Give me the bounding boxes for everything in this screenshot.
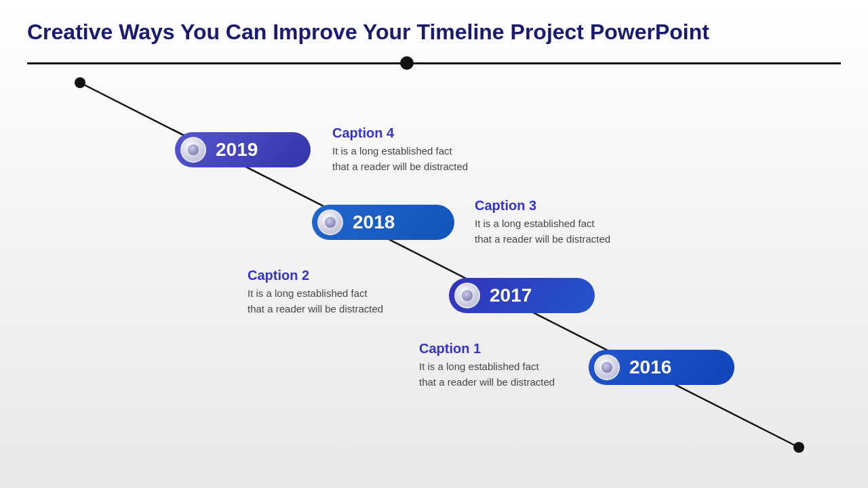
caption-title-1: Caption 1	[419, 341, 555, 357]
caption-block-4: Caption 4 It is a long established fact …	[332, 125, 468, 174]
pill-circle-inner-2018	[325, 217, 336, 228]
title-line	[27, 62, 841, 64]
caption-block-2: Caption 2 It is a long established fact …	[248, 268, 383, 317]
pill-circle-2018	[317, 209, 343, 235]
timeline-item-2016: 2016	[589, 350, 734, 385]
title-dot	[400, 56, 414, 70]
year-label-2016: 2016	[629, 357, 671, 378]
timeline-item-2018: 2018	[312, 205, 454, 240]
year-pill-2017: 2017	[449, 278, 595, 313]
svg-point-1	[75, 77, 85, 88]
year-label-2018: 2018	[353, 211, 395, 233]
caption-title-2: Caption 2	[248, 268, 383, 283]
pill-circle-inner-2017	[462, 290, 473, 301]
pill-circle-2019	[180, 137, 206, 163]
caption-title-4: Caption 4	[332, 125, 468, 141]
caption-title-3: Caption 3	[475, 198, 610, 214]
caption-text-4: It is a long established fact that a rea…	[332, 144, 468, 174]
pill-circle-inner-2016	[601, 362, 612, 373]
pill-circle-2016	[594, 354, 620, 380]
caption-text-3: It is a long established fact that a rea…	[475, 216, 610, 247]
timeline-item-2019: 2019	[175, 132, 311, 167]
caption-text-2: It is a long established fact that a rea…	[248, 286, 383, 317]
svg-point-2	[793, 442, 804, 453]
pill-circle-2017	[454, 283, 480, 308]
timeline-svg	[0, 0, 868, 488]
page-title: Creative Ways You Can Improve Your Timel…	[27, 19, 841, 45]
caption-block-1: Caption 1 It is a long established fact …	[419, 341, 555, 390]
year-pill-2019: 2019	[175, 132, 311, 167]
year-label-2017: 2017	[490, 285, 532, 306]
year-pill-2018: 2018	[312, 205, 454, 240]
year-label-2019: 2019	[216, 139, 258, 161]
caption-text-1: It is a long established fact that a rea…	[419, 359, 555, 390]
caption-block-3: Caption 3 It is a long established fact …	[475, 198, 610, 247]
timeline-item-2017: 2017	[449, 278, 595, 313]
pill-circle-inner-2019	[188, 144, 199, 155]
year-pill-2016: 2016	[589, 350, 734, 385]
